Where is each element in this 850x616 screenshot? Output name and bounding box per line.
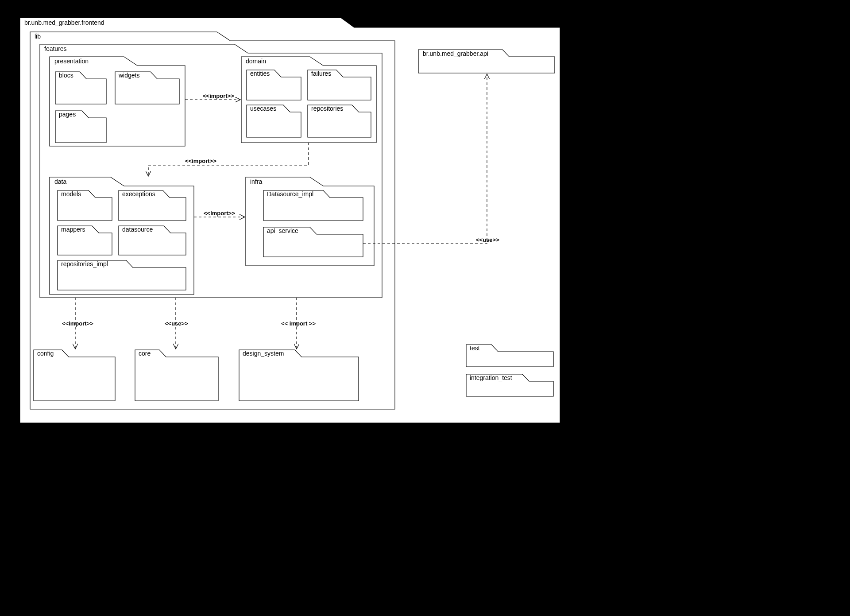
label-models: models — [61, 190, 81, 198]
label-datasource-impl: Datasource_impl — [267, 190, 313, 198]
label-data: data — [54, 178, 66, 185]
rel-features-config: <<import>> — [62, 320, 93, 327]
rel-domain-data: <<import>> — [185, 158, 216, 164]
package-core: core — [135, 350, 218, 401]
label-integration-test: integration_test — [470, 374, 512, 381]
label-usecases: usecases — [250, 105, 276, 112]
label-pages: pages — [59, 111, 76, 118]
package-design-system: design_system — [239, 350, 359, 401]
label-design-system: design_system — [243, 350, 284, 357]
label-datasource: datasource — [122, 226, 153, 233]
label-failures: failures — [311, 70, 331, 77]
label-frontend: br.unb.med_grabber.frontend — [24, 19, 104, 26]
label-test: test — [470, 345, 480, 352]
label-entities: entities — [250, 70, 270, 77]
label-execeptions: execeptions — [122, 190, 155, 198]
label-features: features — [44, 45, 67, 52]
label-blocs: blocs — [59, 72, 73, 79]
label-api: br.unb.med_grabber.api — [423, 50, 488, 57]
label-core: core — [139, 350, 151, 357]
label-presentation: presentation — [54, 58, 89, 65]
rel-api-service-api: <<use>> — [476, 236, 499, 243]
rel-presentation-domain: <<import>> — [203, 93, 234, 99]
label-api-service: api_service — [267, 227, 298, 234]
label-mappers: mappers — [61, 226, 85, 233]
label-widgets: widgets — [118, 72, 139, 79]
rel-features-design-system: << import >> — [281, 320, 316, 327]
package-config: config — [34, 350, 115, 401]
rel-data-infra: <<import>> — [204, 210, 235, 217]
label-domain: domain — [246, 58, 266, 65]
rel-features-core: <<use>> — [165, 320, 188, 327]
label-config: config — [37, 350, 54, 357]
label-repositories: repositories — [311, 105, 343, 112]
label-lib: lib — [35, 33, 41, 40]
label-infra: infra — [250, 178, 262, 185]
label-repositories-impl: repositories_impl — [61, 260, 108, 267]
